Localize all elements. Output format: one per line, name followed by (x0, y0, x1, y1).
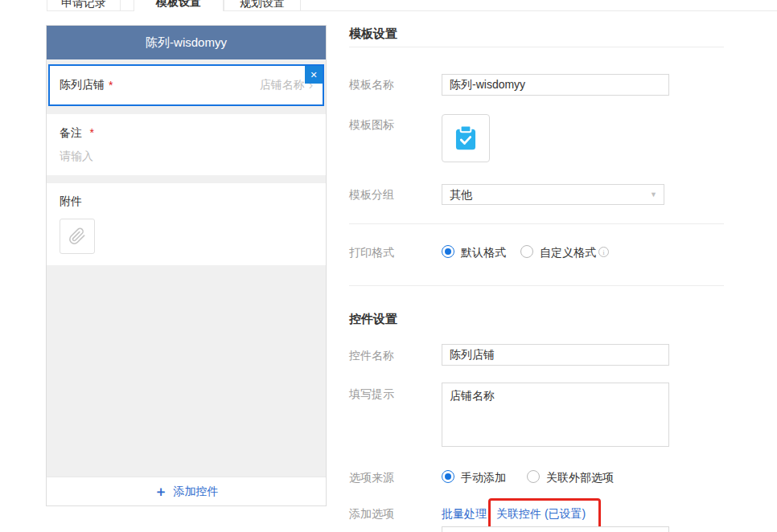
section-title-template-settings: 模板设置 (349, 27, 397, 42)
control-name-label: 控件名称 (349, 349, 394, 363)
field-label: 附件 (60, 194, 313, 209)
attachment-upload-box (60, 219, 95, 254)
required-asterisk: * (89, 126, 93, 139)
tab-template-settings[interactable]: 模板设置 (134, 0, 224, 11)
fill-hint-textarea[interactable]: 店铺名称 (442, 383, 669, 447)
template-icon-label: 模板图标 (349, 118, 394, 133)
delete-field-button[interactable]: ✕ (305, 66, 323, 84)
template-group-value: 其他 (450, 188, 472, 201)
add-control-label: 添加控件 (174, 485, 219, 499)
divider (349, 47, 724, 47)
divider (349, 285, 724, 286)
paperclip-icon (68, 227, 86, 245)
form-preview-title: 陈列-wisdomyy (47, 26, 326, 59)
tab-application-records[interactable]: 申请记录 (47, 0, 121, 11)
tab-planning-settings[interactable]: 规划设置 (224, 0, 301, 11)
option-source-option-external[interactable]: 关联外部选项 (546, 471, 614, 485)
preview-field-store[interactable]: 陈列店铺 * 店铺名称 › ✕ (48, 64, 324, 106)
fill-hint-label: 填写提示 (349, 387, 394, 402)
print-format-label: 打印格式 (349, 246, 394, 260)
field-label: 备注 (60, 126, 82, 139)
divider (349, 223, 724, 224)
template-editor-screen: 申请记录 模板设置 规划设置 陈列-wisdomyy 陈列店铺 * 店铺名称 ›… (0, 0, 777, 532)
preview-field-attachment[interactable]: 附件 (47, 183, 326, 265)
template-group-select[interactable]: 其他 ▼ (442, 184, 664, 205)
batch-process-link[interactable]: 批量处理 (442, 507, 487, 522)
info-icon[interactable]: i (598, 247, 609, 257)
option-source-option-manual[interactable]: 手动添加 (461, 471, 506, 485)
associated-control-link[interactable]: 关联控件 (已设置) (496, 507, 586, 522)
field-placeholder: 请输入 (60, 149, 313, 164)
control-name-input[interactable] (442, 344, 669, 366)
template-group-label: 模板分组 (349, 188, 394, 203)
field-placeholder: 店铺名称 (260, 78, 305, 92)
option-source-radio-manual[interactable] (442, 470, 454, 483)
field-label: 陈列店铺 (60, 78, 105, 92)
plus-icon: ＋ (154, 485, 168, 498)
template-icon-picker[interactable] (442, 114, 490, 162)
option-input-partial[interactable] (442, 526, 669, 532)
add-control-button[interactable]: ＋ 添加控件 (47, 477, 326, 505)
print-format-radio-default[interactable] (442, 245, 454, 258)
clipboard-check-icon (452, 125, 479, 152)
preview-field-note[interactable]: 备注 * 请输入 (47, 114, 326, 175)
section-title-control-settings: 控件设置 (349, 312, 397, 327)
option-source-radio-external[interactable] (527, 470, 540, 483)
form-preview-panel: 陈列-wisdomyy 陈列店铺 * 店铺名称 › ✕ 备注 * 请输入 附件 (46, 25, 327, 506)
print-format-radio-custom[interactable] (520, 245, 533, 258)
required-asterisk: * (109, 79, 113, 92)
add-option-label: 添加选项 (349, 507, 394, 522)
print-format-option-default[interactable]: 默认格式 (461, 246, 506, 260)
option-source-label: 选项来源 (349, 471, 394, 485)
template-name-label: 模板名称 (349, 78, 394, 92)
print-format-option-custom[interactable]: 自定义格式 (540, 246, 596, 260)
chevron-down-icon: ▼ (650, 191, 657, 198)
template-name-input[interactable] (442, 74, 669, 96)
